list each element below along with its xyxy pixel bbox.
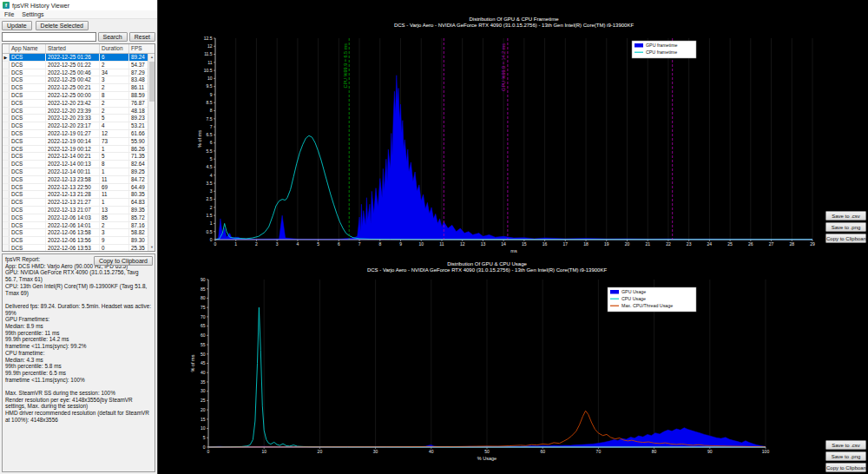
svg-text:17: 17	[563, 241, 569, 247]
row-selector[interactable]	[3, 168, 10, 175]
row-selector[interactable]	[3, 222, 10, 229]
row-selector[interactable]	[3, 100, 10, 107]
row-selector[interactable]	[3, 237, 10, 244]
svg-text:9: 9	[399, 241, 402, 247]
svg-text:6.5: 6.5	[207, 132, 213, 137]
row-selector[interactable]	[3, 62, 10, 69]
svg-text:25: 25	[727, 241, 733, 247]
svg-text:GPU %99.9 = 14.2 ms: GPU %99.9 = 14.2 ms	[501, 43, 506, 91]
report-copy-to-clipboard-button[interactable]: Copy to Clipboard	[94, 256, 153, 266]
table-row[interactable]: DCS2022-12-20 23:39248.18	[3, 108, 148, 115]
table-row[interactable]: DCS2022-12-20 23:33589.23	[3, 115, 148, 122]
cell: 61.66	[129, 130, 148, 137]
row-selector[interactable]	[3, 161, 10, 168]
cell: 64.83	[129, 199, 148, 206]
row-selector[interactable]	[3, 122, 10, 129]
table-row[interactable]: DCS2022-12-20 23:42276.87	[3, 100, 148, 108]
table-scrollbar[interactable]: ▲ ▼	[148, 54, 155, 251]
row-selector[interactable]	[3, 229, 10, 236]
table-row[interactable]: DCS2022-12-14 00:11189.25	[3, 168, 148, 176]
row-selector[interactable]	[3, 245, 10, 251]
table-row[interactable]: DCS2022-12-19 01:271261.66	[3, 130, 148, 138]
cell: 2022-12-14 00:21	[46, 153, 100, 160]
cell: DCS	[10, 214, 46, 221]
row-selector[interactable]	[3, 76, 10, 83]
table-row[interactable]: DCS2022-12-06 13:53025.35	[3, 245, 148, 251]
scroll-down-icon[interactable]: ▼	[148, 244, 155, 251]
table-row[interactable]: DCS2022-12-19 00:147355.90	[3, 138, 148, 146]
search-input[interactable]	[2, 32, 96, 42]
cell: 55.90	[129, 138, 148, 145]
table-row[interactable]: DCS2022-12-13 21:281180.35	[3, 191, 148, 199]
table-row[interactable]: DCS2022-12-13 22:506964.49	[3, 184, 148, 192]
reset-button[interactable]: Reset	[129, 32, 155, 42]
delete-selected-button[interactable]: Delete Selected	[36, 21, 89, 30]
svg-text:16: 16	[542, 241, 548, 247]
row-selector[interactable]	[3, 92, 10, 99]
table-row[interactable]: DCS2022-12-25 01:22254.37	[3, 62, 148, 69]
svg-text:90: 90	[201, 277, 206, 282]
update-button[interactable]: Update	[2, 21, 32, 30]
table-row[interactable]: DCS2022-12-25 00:21286.11	[3, 84, 148, 92]
row-selector[interactable]: ▶	[3, 54, 10, 61]
row-selector[interactable]	[3, 199, 10, 206]
row-selector[interactable]	[3, 138, 10, 145]
svg-text:0: 0	[210, 237, 213, 242]
cell: 2022-12-19 00:12	[46, 146, 100, 153]
search-button[interactable]: Search	[98, 32, 128, 42]
table-row[interactable]: DCS2022-12-06 13:56989.30	[3, 237, 148, 245]
row-selector[interactable]	[3, 130, 10, 137]
svg-text:22: 22	[666, 241, 671, 247]
svg-text:1.5: 1.5	[207, 213, 213, 218]
cell: 2022-12-25 00:46	[46, 69, 100, 76]
table-row[interactable]: DCS2022-12-13 21:071389.35	[3, 207, 148, 214]
row-selector[interactable]	[3, 84, 10, 91]
row-selector[interactable]	[3, 153, 10, 160]
menu-settings[interactable]: Settings	[22, 11, 43, 17]
column-header-duration[interactable]: Duration	[100, 44, 129, 53]
column-header-fps[interactable]: FPS	[129, 44, 148, 53]
column-header-started[interactable]: Started	[46, 44, 100, 53]
table-row[interactable]: DCS2022-12-06 14:01287.16	[3, 222, 148, 230]
row-selector[interactable]	[3, 214, 10, 221]
svg-text:DCS - Varjo Aero - NVIDIA GeFo: DCS - Varjo Aero - NVIDIA GeForce RTX 40…	[367, 267, 608, 273]
svg-text:8: 8	[210, 108, 213, 113]
row-selector[interactable]	[3, 184, 10, 191]
column-header-app-name[interactable]: App Name	[10, 44, 46, 53]
table-row[interactable]: ▶DCS2022-12-25 01:26689.24	[3, 54, 148, 62]
table-row[interactable]: DCS2022-12-13 21:27164.83	[3, 199, 148, 207]
table-row[interactable]: DCS2022-12-14 00:13882.64	[3, 161, 148, 168]
save-csv-button[interactable]: Save to .csv	[825, 440, 866, 450]
row-selector[interactable]	[3, 191, 10, 198]
cell: 87.16	[129, 222, 148, 229]
save-csv-button[interactable]: Save to .csv	[825, 211, 866, 221]
table-row[interactable]: DCS2022-12-14 00:21571.35	[3, 153, 148, 161]
save-png-button[interactable]: Save to .png	[825, 222, 866, 232]
table-row[interactable]: DCS2022-12-13 23:581184.72	[3, 176, 148, 184]
svg-text:50: 50	[201, 352, 206, 357]
menu-file[interactable]: File	[4, 11, 14, 17]
svg-text:2.5: 2.5	[207, 196, 213, 201]
table-row[interactable]: DCS2022-12-20 23:17453.21	[3, 122, 148, 130]
table-row[interactable]: DCS2022-12-25 00:463487.29	[3, 69, 148, 77]
save-png-button[interactable]: Save to .png	[825, 451, 866, 461]
table-row[interactable]: DCS2022-12-06 13:58358.82	[3, 229, 148, 237]
row-selector[interactable]	[3, 207, 10, 214]
row-selector[interactable]	[3, 115, 10, 122]
table-row[interactable]: DCS2022-12-19 00:12186.26	[3, 146, 148, 154]
copy-to-clipboard-button[interactable]: Copy to Clipboard	[825, 234, 866, 243]
row-selector[interactable]	[3, 69, 10, 76]
scrollbar-thumb[interactable]	[149, 62, 155, 102]
table-row[interactable]: DCS2022-12-25 00:00888.59	[3, 92, 148, 100]
copy-to-clipboard-button[interactable]: Copy to Clipboard	[825, 463, 866, 472]
row-selector[interactable]	[3, 176, 10, 183]
svg-text:65: 65	[201, 323, 206, 328]
svg-text:4: 4	[210, 173, 213, 178]
row-selector[interactable]	[3, 146, 10, 153]
svg-text:5: 5	[203, 435, 206, 440]
svg-text:70: 70	[596, 449, 602, 454]
table-row[interactable]: DCS2022-12-25 00:42383.48	[3, 76, 148, 84]
row-selector[interactable]	[3, 108, 10, 115]
table-row[interactable]: DCS2022-12-06 14:038585.72	[3, 214, 148, 222]
scroll-up-icon[interactable]: ▲	[148, 54, 155, 61]
